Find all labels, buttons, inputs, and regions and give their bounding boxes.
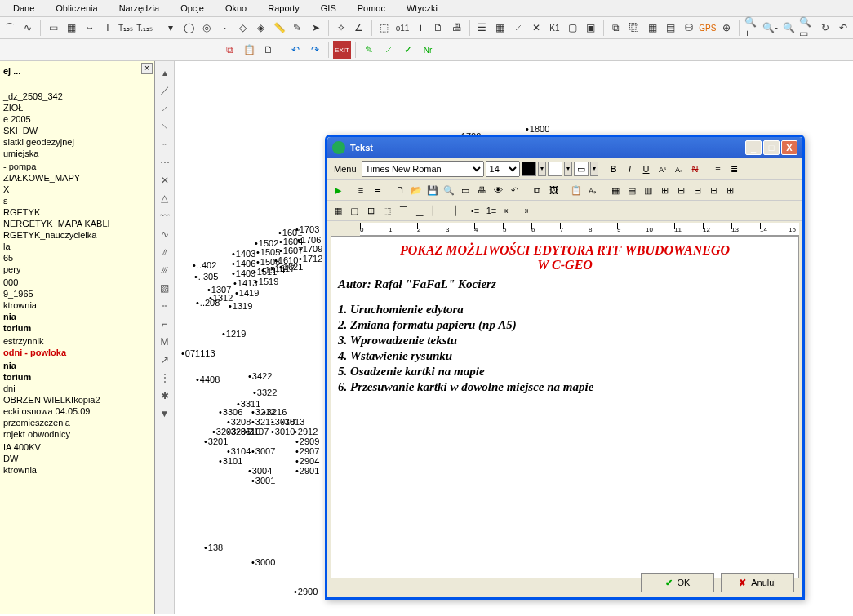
align-right-icon[interactable]: ≡ xyxy=(353,183,368,197)
border-left-icon[interactable]: ▏ xyxy=(429,203,443,218)
align-left-icon[interactable]: ≡ xyxy=(711,162,726,176)
zoom-tool-icon[interactable]: 🔍 xyxy=(780,19,797,37)
grid-icon[interactable]: ⊞ xyxy=(722,183,737,197)
close-button[interactable]: X xyxy=(781,140,797,155)
sidebar-item[interactable]: _dz_2509_342 xyxy=(0,91,154,102)
align-center-icon[interactable]: ≣ xyxy=(727,162,742,176)
sidebar-item[interactable]: nia xyxy=(0,360,154,371)
vs-more-icon[interactable]: ⋮ xyxy=(157,370,173,386)
table-icon[interactable]: ▦ xyxy=(608,183,623,197)
pen-check-icon[interactable]: ✓ xyxy=(399,41,417,59)
preview-icon[interactable]: 👁 xyxy=(491,183,505,197)
menu-gis[interactable]: GIS xyxy=(311,2,346,15)
sidebar-item[interactable]: nia xyxy=(0,311,154,322)
sidebar-item[interactable]: dni xyxy=(0,383,154,394)
sidebar-item[interactable]: - pompa xyxy=(0,161,154,172)
cross-tool-icon[interactable]: ✕ xyxy=(528,19,544,37)
paste2-icon[interactable]: 📋 xyxy=(569,183,584,197)
save-icon[interactable]: 💾 xyxy=(425,183,440,197)
sidebar-item[interactable]: ecki osnowa 04.05.09 xyxy=(0,405,154,417)
vs-wave-icon[interactable]: ∿ xyxy=(157,226,173,242)
vs-cross-icon[interactable]: ✕ xyxy=(157,172,173,188)
sidebar-item[interactable]: la xyxy=(0,241,154,252)
dblcircle-tool-icon[interactable]: ◎ xyxy=(198,19,215,37)
vs-dash-icon[interactable]: ┈ xyxy=(157,136,173,153)
file-tool-icon[interactable]: 🗋 xyxy=(430,19,446,37)
border-out-icon[interactable]: ▢ xyxy=(347,203,362,218)
rotate-tool-icon[interactable]: ◇ xyxy=(235,19,251,37)
menu-narzedzia[interactable]: Narzędzia xyxy=(109,2,170,15)
border-in-icon[interactable]: ⊞ xyxy=(363,203,378,218)
sidebar-item[interactable]: IA 400KV xyxy=(0,441,154,453)
hilite-swatch[interactable]: ▭ xyxy=(574,162,589,176)
sidebar-item[interactable]: 9_1965 xyxy=(0,288,154,299)
sidebar-item[interactable]: przemieszczenia xyxy=(0,417,154,428)
sidebar-item[interactable]: DW xyxy=(0,453,154,464)
vs-dbl2-icon[interactable]: ⫻ xyxy=(157,262,173,278)
sidebar-item[interactable]: RGETYK xyxy=(0,206,154,218)
overlay2-tool-icon[interactable]: ▦ xyxy=(644,19,660,37)
db-tool-icon[interactable]: ⛁ xyxy=(681,19,697,37)
sidebar-item[interactable]: NERGETYK_MAPA KABLI xyxy=(0,218,154,229)
rect-tool-icon[interactable]: ▭ xyxy=(45,19,61,37)
cancel-button[interactable]: Anuluj xyxy=(721,573,794,592)
copy-icon[interactable]: ⧉ xyxy=(220,41,238,59)
sidebar-item[interactable]: ktrownia xyxy=(0,464,154,476)
doc-tool-icon[interactable]: ▢ xyxy=(565,19,581,37)
vs-line2-icon[interactable]: ⟋ xyxy=(157,100,173,117)
doc2-tool-icon[interactable]: ▣ xyxy=(583,19,599,37)
subscript-button[interactable]: Aₛ xyxy=(672,162,686,176)
fontsize-select[interactable]: 14 xyxy=(486,161,520,177)
circle-tool-icon[interactable]: ◯ xyxy=(180,19,197,37)
align-just-icon[interactable]: ≣ xyxy=(370,183,384,197)
search-icon[interactable]: 🔍 xyxy=(442,183,456,197)
fontcolor-dd[interactable]: ▾ xyxy=(538,162,546,176)
sidebar-item[interactable]: ZIOŁ xyxy=(0,102,154,113)
vs-line1-icon[interactable]: ／ xyxy=(157,82,173,99)
vs-dot-icon[interactable]: ⋯ xyxy=(157,154,173,171)
page-icon[interactable]: ▭ xyxy=(458,183,473,197)
edit-tool-icon[interactable]: ✎ xyxy=(289,19,305,37)
list-num-icon[interactable]: 1≡ xyxy=(484,203,499,218)
tscale-tool-icon[interactable]: T₁₃₅ xyxy=(118,19,134,37)
sidebar-item[interactable]: 000 xyxy=(0,277,154,288)
menu-pomoc[interactable]: Pomoc xyxy=(348,2,395,15)
menu-raporty[interactable]: Raporty xyxy=(258,2,309,15)
char-icon[interactable]: Aₐ xyxy=(585,183,600,197)
redo-icon[interactable]: ↷ xyxy=(306,41,324,59)
indent-dec-icon[interactable]: ⇤ xyxy=(500,203,515,218)
split-icon[interactable]: ⊟ xyxy=(673,183,688,197)
img-icon[interactable]: 🖼 xyxy=(546,183,561,197)
vs-grad-icon[interactable]: ▼ xyxy=(157,405,173,422)
sidebar-item[interactable]: 65 xyxy=(0,252,154,264)
sidebar-item[interactable]: torium xyxy=(0,371,154,383)
delrow-icon[interactable]: ⊟ xyxy=(690,183,704,197)
col-icon[interactable]: ▥ xyxy=(641,183,655,197)
indent-inc-icon[interactable]: ⇥ xyxy=(517,203,531,218)
list-bullet-icon[interactable]: •≡ xyxy=(468,203,482,218)
ok-button[interactable]: OK xyxy=(641,573,714,592)
new-icon[interactable]: 🗋 xyxy=(393,183,407,197)
sidebar-item[interactable]: siatki geodezyjnej xyxy=(0,136,154,148)
sidebar-item[interactable]: ZIAŁKOWE_MAPY xyxy=(0,172,154,184)
dim-tool-icon[interactable]: ↔ xyxy=(82,19,98,37)
vs-line3-icon[interactable]: ⟍ xyxy=(157,118,173,135)
hilite-dd[interactable]: ▾ xyxy=(590,162,598,176)
overlay3-tool-icon[interactable]: ▤ xyxy=(662,19,678,37)
zoomout-tool-icon[interactable]: 🔍- xyxy=(762,19,779,37)
sidebar-item[interactable]: rojekt obwodnicy xyxy=(0,428,154,440)
vs-asterisk-icon[interactable]: ✱ xyxy=(157,388,173,404)
vs-dash2-icon[interactable]: ╌ xyxy=(157,298,173,314)
sidebar-item[interactable]: pery xyxy=(0,264,154,275)
superscript-button[interactable]: Aˢ xyxy=(655,162,670,176)
exit-icon[interactable]: EXIT xyxy=(333,41,351,59)
fontcolor-swatch[interactable] xyxy=(522,162,536,176)
menu-opcje[interactable]: Opcje xyxy=(171,2,214,15)
pen-green-icon[interactable]: ✎ xyxy=(360,41,378,59)
num-tool-icon[interactable]: o11 xyxy=(394,19,411,37)
vs-zig-icon[interactable]: 〰 xyxy=(157,208,173,224)
back-tool-icon[interactable]: ↶ xyxy=(835,19,851,37)
sidebar-item[interactable]: torium xyxy=(0,322,154,334)
copy2-icon[interactable]: ⧉ xyxy=(530,183,544,197)
text-tool-icon[interactable]: T xyxy=(100,19,116,37)
